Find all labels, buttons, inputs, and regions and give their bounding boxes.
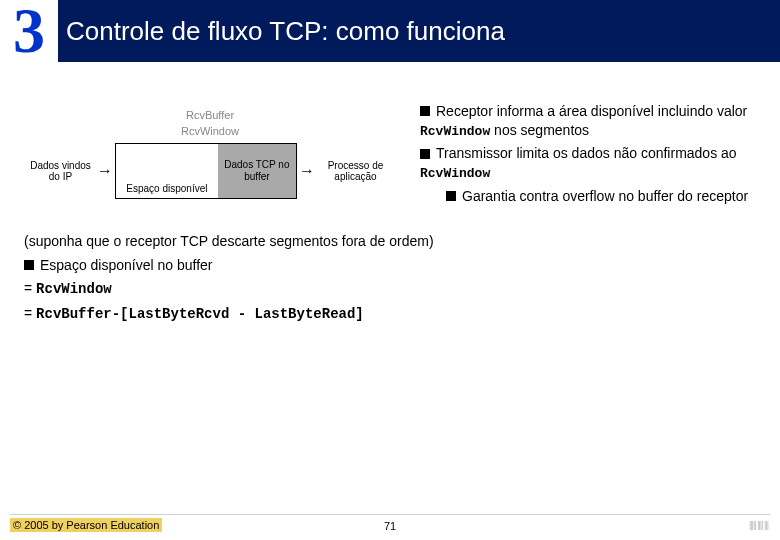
lower-text: (suponha que o receptor TCP descarte seg… bbox=[0, 216, 780, 327]
bullet-transmissor: Transmissor limita os dados não confirma… bbox=[420, 144, 760, 182]
buffer-row: Dados vindos do IP → Espaço disponível D… bbox=[30, 143, 390, 199]
chapter-number-box: 3 bbox=[0, 0, 58, 62]
footer-divider bbox=[10, 514, 770, 515]
bullet-list: Receptor informa a área disponível inclu… bbox=[420, 102, 760, 206]
bullet-icon bbox=[446, 191, 456, 201]
title-bar: Controle de fluxo TCP: como funciona bbox=[58, 0, 780, 62]
copyright-text: © 2005 by Pearson Education bbox=[10, 518, 162, 532]
arrow-in-icon: → bbox=[95, 162, 115, 180]
slide-title: Controle de fluxo TCP: como funciona bbox=[66, 16, 505, 47]
rcvbuffer-label: RcvBuffer bbox=[30, 108, 390, 123]
buffer-empty-region: Espaço disponível bbox=[116, 144, 218, 198]
slide-header: 3 Controle de fluxo TCP: como funciona bbox=[0, 0, 780, 62]
bullet-receptor: Receptor informa a área disponível inclu… bbox=[420, 102, 760, 140]
assumption-note: (suponha que o receptor TCP descarte seg… bbox=[24, 230, 756, 254]
buffer-data-region: Dados TCP no buffer bbox=[218, 144, 296, 198]
content-area: RcvBuffer RcvWindow Dados vindos do IP →… bbox=[0, 62, 780, 216]
chapter-number: 3 bbox=[13, 0, 45, 63]
rcvwindow-label: RcvWindow bbox=[30, 124, 390, 139]
app-process-label: Processo de aplicação bbox=[317, 160, 390, 182]
bullet-icon bbox=[420, 149, 430, 159]
bullet-icon bbox=[420, 106, 430, 116]
diagram-top-labels: RcvBuffer RcvWindow bbox=[30, 108, 390, 139]
ip-data-label: Dados vindos do IP bbox=[30, 160, 95, 182]
bullet-espaco: Espaço disponível no buffer bbox=[24, 254, 756, 278]
bullet-icon bbox=[24, 260, 34, 270]
buffer-diagram: RcvBuffer RcvWindow Dados vindos do IP →… bbox=[30, 108, 390, 199]
buffer-box: Espaço disponível Dados TCP no buffer bbox=[115, 143, 297, 199]
arrow-out-icon: → bbox=[297, 162, 317, 180]
equation-1: = RcvWindow bbox=[24, 277, 756, 302]
equation-2: = RcvBuffer-[LastByteRcvd - LastByteRead… bbox=[24, 302, 756, 327]
slide-footer: © 2005 by Pearson Education 71 ||||| |||… bbox=[0, 514, 780, 532]
barcode-icon: ||||| |||| ||| bbox=[749, 520, 768, 530]
page-number: 71 bbox=[384, 520, 396, 532]
bullet-garantia: Garantia contra overflow no buffer do re… bbox=[420, 187, 760, 206]
